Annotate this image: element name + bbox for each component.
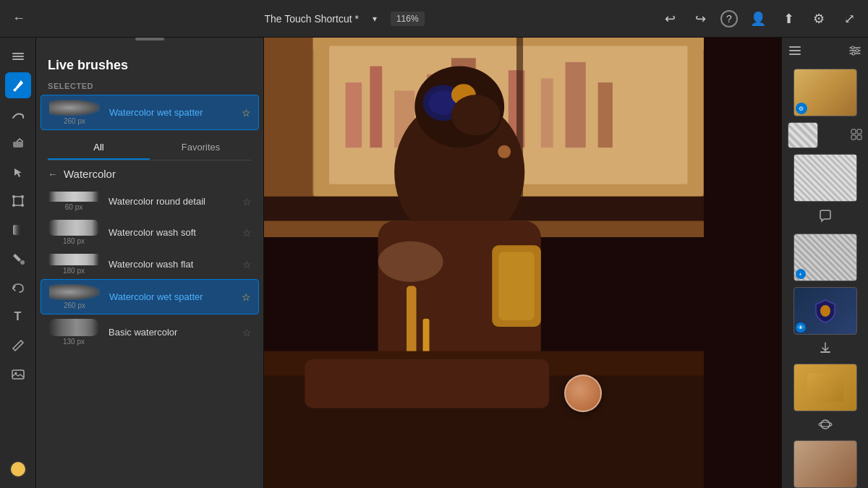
topbar-left: ←: [9, 9, 29, 29]
undo-button[interactable]: ↩: [660, 9, 680, 29]
document-title: The Touch Shortcut *: [264, 13, 358, 25]
fullscreen-button[interactable]: ⤢: [839, 9, 859, 29]
layer-thumb-5[interactable]: [793, 364, 857, 411]
brush-preview-round-detail: 60 px: [45, 192, 103, 211]
smudge-tool[interactable]: [5, 101, 31, 127]
svg-rect-49: [704, 38, 781, 488]
brush-panel-header: Live brushes: [36, 46, 263, 79]
color-swatch[interactable]: [5, 456, 31, 482]
category-header[interactable]: ← Watercolor: [36, 160, 263, 187]
svg-rect-57: [857, 129, 861, 134]
brush-preview-basic: 130 px: [45, 319, 103, 346]
tab-all[interactable]: All: [48, 136, 150, 160]
svg-point-3: [13, 89, 16, 92]
svg-point-36: [451, 95, 501, 135]
share-button[interactable]: ⬆: [778, 9, 799, 29]
text-tool[interactable]: T: [5, 304, 31, 330]
left-toolbar: T: [0, 38, 36, 488]
layer-thumb-2[interactable]: [788, 122, 818, 148]
brush-item-round-detail[interactable]: 60 px Watercolor round detail ☆: [36, 187, 263, 215]
erase-tool[interactable]: [5, 130, 31, 156]
brush-name-round-detail: Watercolor round detail: [109, 196, 237, 207]
tab-favorites[interactable]: Favorites: [150, 136, 252, 160]
brush-star-wet-spatter[interactable]: ☆: [242, 291, 251, 303]
svg-point-53: [851, 46, 854, 49]
brush-tool[interactable]: [5, 72, 31, 98]
zoom-level[interactable]: 116%: [391, 12, 425, 26]
svg-rect-59: [857, 135, 861, 140]
speech-bubble-icon[interactable]: [817, 207, 834, 228]
svg-rect-2: [12, 59, 24, 60]
brush-list: 60 px Watercolor round detail ☆ 180 px W…: [36, 187, 263, 488]
planet-icon[interactable]: [818, 417, 833, 435]
transform-tool[interactable]: [5, 188, 31, 214]
category-name: Watercolor: [64, 168, 116, 180]
canvas-area[interactable]: [264, 38, 781, 488]
selected-brush-size: 260 px: [64, 117, 85, 125]
undo-local-tool[interactable]: [5, 275, 31, 301]
svg-rect-52: [789, 53, 801, 55]
eyedropper-tool[interactable]: [5, 333, 31, 359]
brush-star-wash-flat[interactable]: ☆: [242, 259, 252, 270]
gradient-tool[interactable]: [5, 217, 31, 243]
svg-rect-4: [13, 142, 23, 147]
selected-brush-star[interactable]: ☆: [242, 107, 251, 119]
layer-thumb-4[interactable]: 👁: [793, 287, 857, 335]
title-dropdown[interactable]: ▾: [365, 9, 385, 29]
svg-point-9: [21, 204, 24, 207]
svg-rect-61: [820, 351, 830, 353]
panel-adjust-icon[interactable]: [848, 43, 862, 60]
selected-brush-preview: 260 px: [46, 100, 103, 125]
topbar-right: ↩ ↪ ? 👤 ⬆ ⚙ ⤢: [660, 9, 859, 29]
svg-rect-41: [498, 252, 535, 320]
redo-button[interactable]: ↪: [690, 9, 710, 29]
svg-rect-44: [305, 359, 549, 408]
account-button[interactable]: 👤: [748, 9, 768, 29]
back-arrow-icon[interactable]: ←: [48, 168, 58, 180]
selected-brush-item[interactable]: 260 px Watercolor wet spatter ☆: [41, 95, 259, 130]
brush-name-basic: Basic watercolor: [109, 327, 237, 338]
layer-thumb-6[interactable]: [793, 440, 857, 488]
canvas-painting: [264, 38, 781, 488]
image-tool[interactable]: [5, 361, 31, 388]
brush-item-basic[interactable]: 130 px Basic watercolor ☆: [36, 314, 263, 350]
svg-rect-18: [346, 82, 362, 147]
layers-tool[interactable]: [5, 43, 31, 69]
brush-star-wash-soft[interactable]: ☆: [242, 227, 252, 239]
layer-thumb-3[interactable]: +: [793, 234, 857, 281]
svg-point-55: [852, 52, 855, 55]
brush-name-wet-spatter: Watercolor wet spatter: [109, 291, 236, 302]
brush-item-wash-soft[interactable]: 180 px Watercolor wash soft ☆: [36, 215, 263, 249]
svg-point-62: [821, 420, 830, 429]
layers-icon[interactable]: [788, 43, 802, 60]
svg-rect-29: [264, 197, 781, 221]
help-button[interactable]: ?: [720, 10, 738, 27]
settings-button[interactable]: ⚙: [809, 9, 829, 29]
brush-item-wash-flat[interactable]: 180 px Watercolor wash flat ☆: [36, 249, 263, 279]
brush-item-wet-spatter[interactable]: 260 px Watercolor wet spatter ☆: [41, 279, 259, 314]
svg-point-60: [820, 305, 830, 317]
layer-thumb-2b[interactable]: [793, 154, 857, 202]
svg-rect-50: [789, 46, 801, 48]
svg-point-46: [378, 241, 443, 282]
select-tool[interactable]: [5, 159, 31, 185]
svg-rect-58: [851, 135, 856, 140]
layer-thumb-1[interactable]: ⚙: [793, 69, 857, 116]
download-icon[interactable]: [818, 341, 833, 358]
brush-star-round-detail[interactable]: ☆: [242, 196, 252, 207]
svg-rect-1: [12, 56, 24, 57]
svg-rect-56: [851, 129, 856, 134]
grid-icon[interactable]: [851, 129, 862, 142]
brush-name-wash-flat: Watercolor wash flat: [109, 259, 237, 270]
svg-point-54: [856, 49, 859, 52]
brush-panel: Live brushes SELECTED 260 px Watercolor …: [36, 38, 264, 488]
back-button[interactable]: ←: [9, 9, 29, 29]
main-area: T Live brushes SELECTED 260 px Watercolo…: [0, 38, 868, 488]
svg-point-11: [20, 260, 25, 265]
svg-point-6: [12, 195, 15, 198]
brush-panel-title: Live brushes: [48, 58, 128, 73]
svg-rect-19: [370, 67, 382, 148]
brush-star-basic[interactable]: ☆: [242, 327, 252, 338]
color-picker-circle[interactable]: [564, 374, 602, 412]
fill-tool[interactable]: [5, 246, 31, 272]
